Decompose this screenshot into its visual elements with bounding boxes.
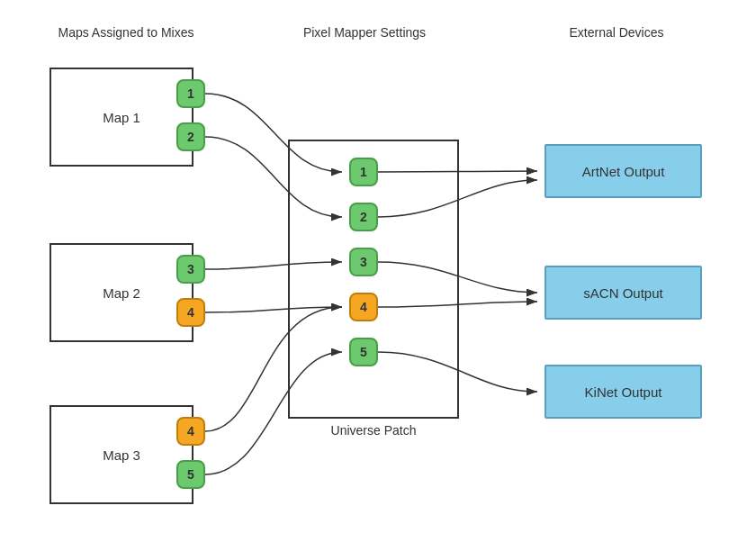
map2-node4: 4 <box>176 298 205 327</box>
maps-label: Maps Assigned to Mixes <box>45 25 207 40</box>
universe-patch-label: Universe Patch <box>288 423 459 438</box>
pixel-mapper-label: Pixel Mapper Settings <box>279 25 450 40</box>
diagram-container: Maps Assigned to Mixes Pixel Mapper Sett… <box>0 0 756 560</box>
map2-label: Map 2 <box>103 285 140 301</box>
artnet-output-label: ArtNet Output <box>582 164 665 179</box>
artnet-output-box: ArtNet Output <box>544 144 702 198</box>
map3-node5: 5 <box>176 460 205 489</box>
map3-label: Map 3 <box>103 447 140 463</box>
map1-box: Map 1 <box>50 68 194 167</box>
sacn-output-box: sACN Output <box>544 266 702 320</box>
patch-node3: 3 <box>349 248 378 276</box>
kinet-output-box: KiNet Output <box>544 365 702 419</box>
map1-label: Map 1 <box>103 110 140 125</box>
patch-node2: 2 <box>349 203 378 231</box>
kinet-output-label: KiNet Output <box>585 384 662 400</box>
sacn-output-label: sACN Output <box>583 285 662 301</box>
patch-node4: 4 <box>349 293 378 321</box>
map1-node2: 2 <box>176 122 205 151</box>
external-devices-label: External Devices <box>531 25 702 40</box>
patch-node5: 5 <box>349 338 378 366</box>
map3-node4: 4 <box>176 417 205 446</box>
map2-box: Map 2 <box>50 243 194 342</box>
map1-node1: 1 <box>176 79 205 108</box>
map3-box: Map 3 <box>50 405 194 504</box>
map2-node3: 3 <box>176 255 205 284</box>
patch-node1: 1 <box>349 158 378 186</box>
